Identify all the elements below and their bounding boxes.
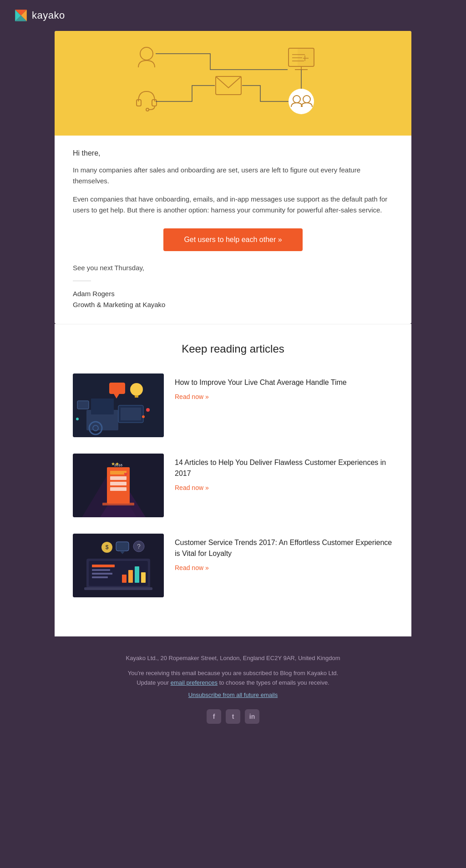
logo-container: kayako — [14, 8, 65, 23]
sign-off-text: See you next Thursday, — [73, 264, 393, 272]
article-item-3: $ ? Customer Service Trends 2017: An Eff… — [73, 534, 393, 597]
article-thumb-3: $ ? — [73, 534, 164, 597]
article-item-2: 2016 ★ ★ ♥ 14 Articles to Help You Deliv… — [73, 454, 393, 517]
svg-rect-23 — [91, 399, 114, 414]
hero-image — [55, 31, 411, 136]
svg-rect-24 — [109, 383, 125, 394]
cta-container: Get users to help each other » — [73, 228, 393, 251]
article-thumb-2: 2016 ★ ★ ♥ — [73, 454, 164, 517]
article-title-1: How to Improve Your Live Chat Average Ha… — [175, 377, 393, 388]
hero-diagram — [73, 45, 393, 122]
read-now-1[interactable]: Read now » — [175, 393, 209, 400]
svg-point-35 — [76, 418, 79, 420]
svg-rect-27 — [135, 395, 138, 398]
greeting-text: Hi there, — [73, 149, 393, 157]
signature-divider — [73, 281, 91, 281]
linkedin-label: in — [249, 713, 255, 720]
svg-point-34 — [142, 415, 145, 418]
article-thumb-1-illustration — [73, 373, 164, 437]
paragraph-1: In many companies after sales and onboar… — [73, 165, 393, 187]
svg-text:♥: ♥ — [124, 471, 127, 478]
article-info-2: 14 Articles to Help You Deliver Flawless… — [175, 454, 393, 492]
svg-point-18 — [289, 89, 314, 114]
svg-rect-59 — [141, 572, 146, 583]
page-wrapper: kayako — [0, 0, 466, 742]
svg-rect-57 — [128, 570, 133, 583]
svg-rect-47 — [102, 503, 134, 505]
signature-name: Adam Rogers — [73, 288, 393, 299]
articles-section: Keep reading articles — [55, 324, 411, 636]
svg-rect-60 — [84, 587, 152, 590]
email-container: Hi there, In many companies after sales … — [55, 31, 411, 324]
svg-text:★: ★ — [115, 461, 119, 466]
facebook-icon[interactable]: f — [207, 709, 221, 724]
twitter-icon[interactable]: t — [226, 709, 240, 724]
footer-subscription-text: You're receiving this email because you … — [9, 669, 457, 688]
svg-rect-9 — [298, 48, 314, 66]
svg-rect-56 — [122, 575, 127, 583]
article-thumb-3-illustration: $ ? — [73, 534, 164, 597]
svg-rect-43 — [110, 487, 127, 491]
article-info-3: Customer Service Trends 2017: An Effortl… — [175, 534, 393, 572]
article-item-1: How to Improve Your Live Chat Average Ha… — [73, 373, 393, 437]
logo-text: kayako — [32, 10, 65, 21]
svg-rect-63 — [116, 542, 129, 551]
read-now-2[interactable]: Read now » — [175, 484, 209, 491]
svg-text:★: ★ — [111, 461, 115, 466]
svg-text:$: $ — [106, 544, 109, 550]
paragraph-2: Even companies that have onboarding, ema… — [73, 194, 393, 216]
article-title-2: 14 Articles to Help You Deliver Flawless… — [175, 457, 393, 479]
email-body: Hi there, In many companies after sales … — [55, 136, 411, 324]
twitter-label: t — [232, 713, 234, 720]
signature: Adam Rogers Growth & Marketing at Kayako — [73, 288, 393, 310]
svg-rect-54 — [92, 573, 112, 575]
article-title-3: Customer Service Trends 2017: An Effortl… — [175, 537, 393, 559]
svg-point-26 — [130, 383, 143, 396]
facebook-label: f — [213, 713, 215, 720]
footer: Kayako Ltd., 20 Ropemaker Street, London… — [0, 636, 466, 742]
header: kayako — [0, 0, 466, 31]
kayako-logo-icon — [14, 8, 28, 23]
article-thumb-2-illustration: 2016 ★ ★ ♥ — [73, 454, 164, 517]
svg-point-33 — [146, 408, 150, 412]
linkedin-icon[interactable]: in — [245, 709, 259, 724]
svg-rect-28 — [77, 401, 89, 409]
svg-rect-42 — [110, 482, 127, 485]
svg-point-17 — [146, 108, 149, 111]
svg-rect-14 — [216, 76, 241, 95]
article-info-1: How to Improve Your Live Chat Average Ha… — [175, 373, 393, 401]
cta-button[interactable]: Get users to help each other » — [163, 228, 302, 251]
svg-text:?: ? — [137, 543, 141, 550]
svg-point-4 — [140, 47, 153, 60]
email-preferences-link[interactable]: email preferences — [171, 679, 218, 686]
svg-rect-58 — [135, 566, 139, 583]
articles-section-title: Keep reading articles — [73, 343, 393, 355]
svg-rect-30 — [121, 408, 141, 420]
social-icons: f t in — [9, 709, 457, 724]
svg-rect-53 — [92, 569, 110, 571]
article-thumb-1 — [73, 373, 164, 437]
svg-rect-52 — [92, 565, 115, 567]
svg-rect-55 — [92, 576, 108, 578]
unsubscribe-link[interactable]: Unsubscribe from all future emails — [9, 691, 457, 698]
read-now-3[interactable]: Read now » — [175, 564, 209, 571]
signature-title: Growth & Marketing at Kayako — [73, 299, 393, 310]
footer-address: Kayako Ltd., 20 Ropemaker Street, London… — [9, 655, 457, 661]
